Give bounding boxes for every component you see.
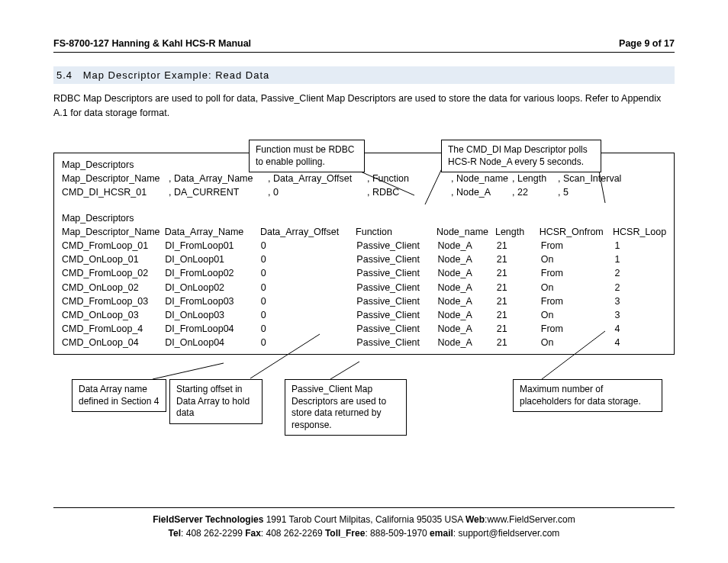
cell: DI_FromLoop04 bbox=[165, 322, 261, 336]
hdr-function: Function bbox=[356, 225, 436, 239]
hdr-data-array-offset: , Data_Array_Offset bbox=[268, 172, 367, 185]
hdr-scan-interval: , Scan_Interval bbox=[558, 172, 634, 185]
cell: Node_A bbox=[438, 281, 497, 294]
cell: 21 bbox=[497, 336, 541, 349]
cell: 0 bbox=[261, 239, 357, 253]
section-number: 5.4 bbox=[56, 69, 79, 81]
cell: 21 bbox=[497, 294, 541, 308]
table-row: CMD_FromLoop_03DI_FromLoop030Passive_Cli… bbox=[62, 294, 666, 308]
block2-title: Map_Descriptors bbox=[62, 211, 169, 225]
cell: DI_OnLoop02 bbox=[165, 281, 261, 294]
cell: , 0 bbox=[268, 185, 367, 199]
cell: 2 bbox=[614, 281, 666, 294]
hdr-node-name: Node_name bbox=[436, 225, 495, 239]
cell: 0 bbox=[261, 322, 357, 336]
hdr-map-descriptor-name: Map_Descriptor_Name bbox=[62, 225, 165, 239]
cell: , 22 bbox=[512, 185, 558, 199]
cell: Passive_Client bbox=[356, 322, 437, 336]
cell: 1 bbox=[614, 253, 666, 266]
footer-web-label: Web bbox=[465, 514, 485, 525]
cell: On bbox=[541, 336, 615, 349]
block1-data-row: CMD_DI_HCSR_01 , DA_CURRENT , 0 , RDBC ,… bbox=[62, 185, 666, 199]
hdr-data-array-offset: Data_Array_Offset bbox=[260, 225, 356, 239]
cell: Passive_Client bbox=[356, 281, 437, 294]
cell: Passive_Client bbox=[356, 294, 437, 308]
hdr-length: , Length bbox=[512, 172, 558, 185]
block2-header-row: Map_Descriptor_Name Data_Array_Name Data… bbox=[62, 225, 666, 239]
doc-title: FS-8700-127 Hanning & Kahl HCS-R Manual bbox=[53, 38, 251, 49]
cell: Passive_Client bbox=[356, 308, 437, 322]
cell: CMD_OnLoop_01 bbox=[62, 253, 165, 266]
cell: CMD_OnLoop_02 bbox=[62, 281, 165, 294]
cell: 0 bbox=[261, 281, 357, 294]
footer-fax-val: : 408 262-2269 bbox=[261, 528, 325, 539]
table-row: CMD_OnLoop_03DI_OnLoop030Passive_ClientN… bbox=[62, 308, 666, 322]
cell: Node_A bbox=[438, 322, 497, 336]
cell: From bbox=[541, 322, 615, 336]
cell: 21 bbox=[497, 266, 541, 280]
cell: Passive_Client bbox=[356, 336, 437, 349]
hdr-hcsr-loop: HCSR_Loop bbox=[613, 225, 666, 239]
cell: Passive_Client bbox=[356, 253, 437, 266]
hdr-data-array-name: Data_Array_Name bbox=[165, 225, 260, 239]
page-number: Page 9 of 17 bbox=[619, 38, 675, 49]
callout-data-array-name: Data Array name defined in Section 4 bbox=[72, 379, 166, 412]
cell: , RDBC bbox=[367, 185, 451, 199]
cell: 21 bbox=[497, 281, 541, 294]
page-footer: FieldServer Technologies 1991 Tarob Cour… bbox=[53, 507, 675, 540]
block1-title: Map_Descriptors bbox=[62, 158, 169, 172]
cell: 3 bbox=[614, 294, 666, 308]
cell: CMD_OnLoop_03 bbox=[62, 308, 165, 322]
footer-email-val: : support@fieldserver.com bbox=[453, 528, 560, 539]
footer-tf-val: : 888-509-1970 bbox=[365, 528, 430, 539]
section-heading: 5.4 Map Descriptor Example: Read Data bbox=[53, 66, 675, 84]
table-row: CMD_OnLoop_04DI_OnLoop040Passive_ClientN… bbox=[62, 336, 666, 349]
cell: 4 bbox=[614, 336, 666, 349]
cell: CMD_FromLoop_03 bbox=[62, 294, 165, 308]
table-row: CMD_FromLoop_01DI_FromLoop010Passive_Cli… bbox=[62, 239, 666, 253]
cell: On bbox=[541, 281, 615, 294]
cell: 2 bbox=[614, 266, 666, 280]
cell: 0 bbox=[261, 336, 357, 349]
footer-address: 1991 Tarob Court Milpitas, California 95… bbox=[263, 514, 465, 525]
table-row: CMD_OnLoop_02DI_OnLoop020Passive_ClientN… bbox=[62, 281, 666, 294]
cell: , 5 bbox=[558, 185, 634, 199]
cell: Node_A bbox=[438, 294, 497, 308]
cell: On bbox=[541, 308, 615, 322]
table-row: CMD_FromLoop_4DI_FromLoop040Passive_Clie… bbox=[62, 322, 666, 336]
cell: From bbox=[541, 266, 615, 280]
cell: From bbox=[541, 294, 615, 308]
cell: 0 bbox=[261, 308, 357, 322]
cell: 4 bbox=[614, 322, 666, 336]
callout-function-rdbc: Function must be RDBC to enable polling. bbox=[249, 140, 365, 172]
cell: , Node_A bbox=[451, 185, 512, 199]
cell: 21 bbox=[497, 239, 541, 253]
cell: 3 bbox=[614, 308, 666, 322]
callout-starting-offset: Starting offset in Data Array to hold da… bbox=[169, 379, 263, 424]
hdr-data-array-name: , Data_Array_Name bbox=[169, 172, 268, 185]
block1-header-row: Map_Descriptor_Name , Data_Array_Name , … bbox=[62, 172, 666, 185]
hdr-hcsr-onfrom: HCSR_Onfrom bbox=[540, 225, 613, 239]
intro-paragraph: RDBC Map Descriptors are used to poll fo… bbox=[53, 92, 675, 121]
hdr-map-descriptor-name: Map_Descriptor_Name bbox=[62, 172, 169, 185]
cell: 0 bbox=[261, 253, 357, 266]
cell: DI_OnLoop04 bbox=[165, 336, 261, 349]
cell: 21 bbox=[497, 308, 541, 322]
cell: Node_A bbox=[438, 336, 497, 349]
cell: , DA_CURRENT bbox=[169, 185, 268, 199]
cell: CMD_OnLoop_04 bbox=[62, 336, 165, 349]
cell: From bbox=[541, 239, 615, 253]
cell: Node_A bbox=[438, 266, 497, 280]
cell: DI_FromLoop03 bbox=[165, 294, 261, 308]
cell: Node_A bbox=[438, 239, 497, 253]
cell: Passive_Client bbox=[356, 239, 437, 253]
footer-tel-val: : 408 262-2299 bbox=[181, 528, 245, 539]
hdr-node-name: , Node_name bbox=[451, 172, 512, 185]
svg-line-5 bbox=[330, 362, 359, 379]
map-descriptor-table: Map_Descriptors Map_Descriptor_Name , Da… bbox=[53, 153, 675, 355]
cell: 1 bbox=[614, 239, 666, 253]
table-row: CMD_FromLoop_02DI_FromLoop020Passive_Cli… bbox=[62, 266, 666, 280]
cell: 21 bbox=[497, 253, 541, 266]
callout-max-placeholders: Maximum number of placeholders for data … bbox=[513, 379, 662, 412]
callout-passive-client: Passive_Client Map Descriptors are used … bbox=[285, 379, 407, 436]
